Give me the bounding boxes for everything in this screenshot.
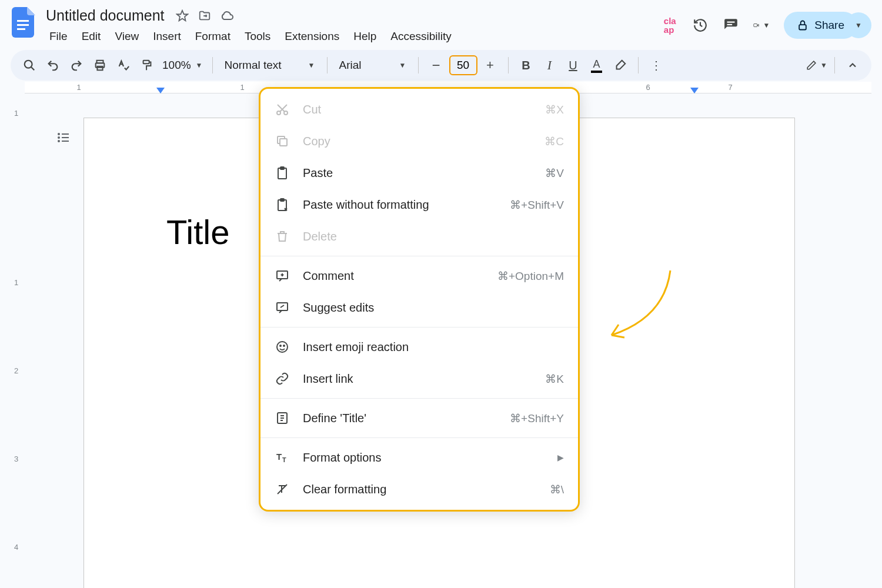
docs-logo-icon[interactable] — [11, 6, 36, 39]
paste-icon — [275, 165, 290, 181]
svg-rect-0 — [17, 20, 29, 22]
context-menu-item[interactable]: Suggest edits — [260, 292, 578, 323]
star-icon[interactable] — [175, 9, 189, 23]
define-icon — [275, 410, 290, 426]
context-menu-item: Copy⌘C — [260, 125, 578, 157]
svg-point-14 — [58, 136, 60, 139]
svg-rect-6 — [799, 25, 806, 29]
menu-file[interactable]: File — [44, 28, 74, 45]
context-menu-shortcut: ⌘V — [545, 166, 564, 180]
history-icon[interactable] — [692, 17, 709, 34]
collapse-toolbar-icon[interactable] — [842, 55, 863, 76]
context-menu-label: Insert link — [303, 372, 532, 386]
context-menu-item[interactable]: Paste⌘V — [260, 157, 578, 189]
context-menu-label: Comment — [303, 269, 485, 283]
svg-point-27 — [277, 342, 288, 352]
cloud-status-icon[interactable] — [220, 9, 234, 23]
context-menu-item[interactable]: Paste without formatting⌘+Shift+V — [260, 189, 578, 220]
claap-icon[interactable]: claap — [662, 17, 678, 34]
paint-format-icon[interactable] — [136, 55, 158, 76]
menu-extensions[interactable]: Extensions — [279, 28, 345, 45]
context-menu-label: Paste — [303, 166, 532, 180]
copy-icon — [275, 133, 290, 149]
svg-rect-4 — [727, 24, 733, 25]
svg-point-18 — [277, 111, 280, 115]
document-title[interactable]: Untitled document — [44, 6, 167, 25]
comment-icon — [275, 268, 290, 283]
menu-format[interactable]: Format — [189, 28, 236, 45]
chevron-right-icon: ▶ — [557, 453, 564, 462]
svg-rect-11 — [143, 61, 149, 64]
redo-icon[interactable] — [66, 55, 87, 76]
meet-icon[interactable]: ▼ — [753, 17, 770, 34]
share-dropdown[interactable]: ▼ — [846, 12, 871, 38]
context-menu-item[interactable]: Define 'Title'⌘+Shift+Y — [260, 402, 578, 434]
svg-rect-17 — [62, 141, 69, 142]
bold-icon[interactable]: B — [516, 55, 537, 76]
svg-text:T: T — [276, 452, 282, 462]
underline-icon[interactable]: U — [563, 55, 584, 76]
suggest-icon — [275, 300, 290, 315]
more-toolbar-icon[interactable]: ⋮ — [646, 55, 667, 76]
svg-point-19 — [284, 111, 288, 115]
context-menu-label: Paste without formatting — [303, 198, 497, 212]
context-menu-shortcut: ⌘+Option+M — [497, 269, 564, 283]
italic-icon[interactable]: I — [539, 55, 560, 76]
menu-insert[interactable]: Insert — [147, 28, 187, 45]
spellcheck-icon[interactable] — [113, 55, 134, 76]
menu-edit[interactable]: Edit — [76, 28, 107, 45]
highlight-icon[interactable] — [610, 55, 631, 76]
context-menu-item: Cut⌘X — [260, 93, 578, 125]
outline-toggle-icon[interactable] — [53, 127, 74, 148]
context-menu-label: Format options — [303, 451, 544, 465]
right-margin-marker[interactable] — [690, 88, 699, 93]
context-menu-shortcut: ⌘+Shift+V — [510, 198, 564, 212]
svg-rect-20 — [280, 139, 287, 146]
svg-point-29 — [283, 345, 285, 346]
svg-text:T: T — [282, 456, 286, 463]
menu-accessibility[interactable]: Accessibility — [385, 28, 457, 45]
svg-point-7 — [25, 61, 32, 68]
increase-font-icon[interactable]: + — [480, 55, 501, 76]
context-menu-label: Define 'Title' — [303, 412, 497, 425]
context-menu-item[interactable]: Insert emoji reaction — [260, 331, 578, 363]
toolbar: 100%▼ Normal text▼ Arial▼ − 50 + B I U A… — [11, 50, 871, 81]
context-menu-shortcut: ⌘+Shift+Y — [510, 412, 564, 425]
editing-mode-icon[interactable]: ▼ — [806, 55, 827, 76]
svg-rect-3 — [727, 22, 735, 23]
undo-icon[interactable] — [42, 55, 64, 76]
move-icon[interactable] — [198, 9, 212, 23]
context-menu-label: Suggest edits — [303, 301, 564, 315]
svg-rect-13 — [62, 133, 69, 135]
context-menu-item: Delete — [260, 220, 578, 252]
text-color-icon[interactable]: A — [586, 55, 607, 76]
link-icon — [275, 371, 290, 386]
menu-view[interactable]: View — [109, 28, 145, 45]
paste-no-icon — [275, 197, 290, 212]
context-menu-item[interactable]: Clear formatting⌘\ — [260, 473, 578, 505]
context-menu-label: Cut — [303, 103, 532, 116]
menu-help[interactable]: Help — [348, 28, 382, 45]
context-menu-item[interactable]: TTFormat options▶ — [260, 442, 578, 473]
context-menu-item[interactable]: Insert link⌘K — [260, 363, 578, 395]
cut-icon — [275, 102, 290, 117]
svg-rect-1 — [17, 24, 29, 26]
share-label: Share — [814, 19, 844, 32]
emoji-icon — [275, 339, 290, 355]
left-indent-marker[interactable] — [156, 88, 165, 93]
format-icon: TT — [275, 450, 290, 465]
print-icon[interactable] — [89, 55, 111, 76]
comments-icon[interactable] — [723, 17, 739, 34]
search-icon[interactable] — [19, 55, 40, 76]
vertical-ruler[interactable]: 1 1 2 3 4 — [11, 118, 25, 588]
svg-point-12 — [58, 133, 60, 135]
paragraph-style-select[interactable]: Normal text▼ — [220, 59, 320, 72]
font-size-input[interactable]: 50 — [449, 55, 477, 75]
context-menu-item[interactable]: Comment⌘+Option+M — [260, 260, 578, 292]
clear-icon — [275, 482, 290, 497]
decrease-font-icon[interactable]: − — [426, 55, 447, 76]
menu-tools[interactable]: Tools — [239, 28, 276, 45]
font-select[interactable]: Arial▼ — [335, 59, 411, 72]
document-heading[interactable]: Title — [166, 212, 229, 252]
zoom-select[interactable]: 100%▼ — [160, 59, 205, 72]
